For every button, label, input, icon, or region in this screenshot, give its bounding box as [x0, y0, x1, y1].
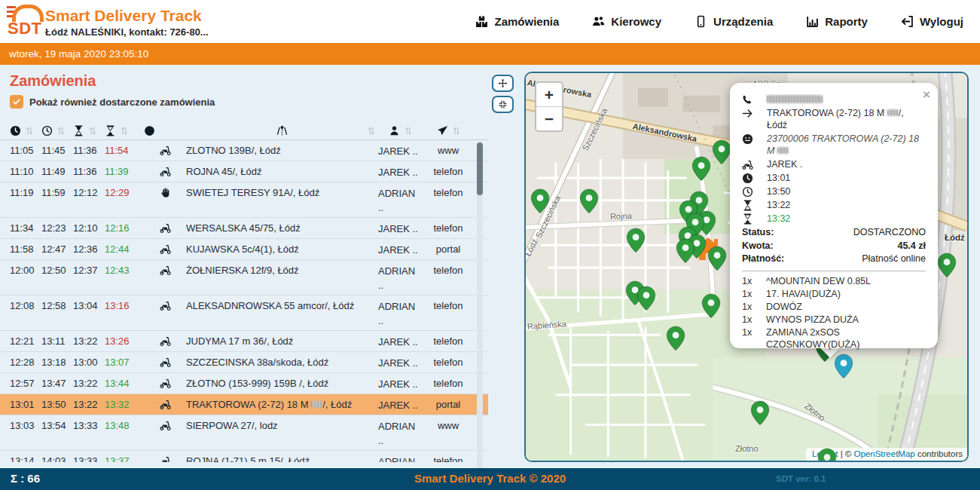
map-marker[interactable]	[707, 246, 727, 271]
sort-icon[interactable]	[368, 126, 375, 136]
table-row[interactable]: 12:2113:1113:2213:26JUDYMA 17 m 36/, Łód…	[0, 331, 488, 352]
column-header-person[interactable]	[378, 121, 422, 140]
map-marker[interactable]	[579, 188, 599, 214]
table-row[interactable]: 13:1414:0313:3313:37ROJNA (1-71) 5 m 15/…	[0, 451, 488, 462]
sort-icon[interactable]	[89, 126, 96, 136]
nav-item-urzadzenia[interactable]: Urządzenia	[695, 15, 773, 28]
scooter-icon	[742, 159, 753, 170]
item-qty: 1x	[742, 288, 766, 300]
censored-text	[887, 109, 899, 116]
top-bar: SDT Smart Delivery Track Łódź NALEŚNIKI,…	[0, 0, 980, 43]
map-panel[interactable]: + − AleksandrowskaAleksandrowskaSzczeciń…	[524, 72, 969, 462]
arrow-right-icon	[742, 108, 753, 119]
column-header-hourglass-end[interactable]	[105, 121, 144, 140]
map-marker[interactable]	[666, 326, 685, 351]
zoom-out-button[interactable]: −	[536, 106, 562, 130]
map-marker[interactable]	[626, 228, 646, 253]
popup-item: 1xDOWÓZ	[742, 301, 926, 313]
date-bar: wtorek, 19 maja 2020 23:05:10	[0, 43, 980, 65]
table-row[interactable]: 11:0511:4511:3611:54ZLOTNO 139B/, ŁódźJA…	[0, 140, 488, 161]
censored-text	[311, 401, 322, 408]
cell-address: ZŁOTNO (153-999) 159B /, Łódź	[186, 377, 378, 390]
popup-item: 1xWYNOS PIZZA DUŻA	[742, 314, 926, 326]
street-label: Złotno	[735, 444, 759, 453]
table-row[interactable]: 11:3412:2312:1012:16WERSALSKA 45/75, Łód…	[0, 218, 488, 239]
map-marker[interactable]	[701, 293, 721, 319]
map-marker[interactable]	[691, 156, 711, 182]
item-qty: 1x	[742, 301, 766, 313]
move-icon	[498, 78, 508, 88]
table-row[interactable]: 13:0113:5013:2213:32TRAKTOROWA (2-72) 18…	[0, 394, 488, 415]
table-row[interactable]: 12:0012:5012:3712:43ŻOŁNIERSKA 12f/9, Łó…	[0, 260, 488, 296]
cell-dispatch-time: 11:36	[73, 144, 105, 158]
map-collapse-button[interactable]	[492, 96, 514, 113]
cell-delivery-time: 11:54	[105, 144, 144, 158]
cell-promised-time: 13:18	[41, 356, 73, 369]
nav-item-kierowcy[interactable]: Kierowcy	[592, 15, 661, 28]
cell-promised-time: 12:58	[41, 299, 73, 313]
cell-address: ŻOŁNIERSKA 12f/9, Łódź	[186, 264, 378, 277]
item-qty: 1x	[742, 326, 766, 351]
selected-map-marker[interactable]	[834, 354, 853, 379]
person-icon	[389, 125, 400, 136]
cell-received-time: 12:28	[10, 356, 41, 369]
status-value: DOSTARCZONO	[853, 226, 926, 240]
sort-icon[interactable]	[26, 126, 33, 136]
table-row[interactable]: 12:0812:5813:0413:16ALEKSADNROWSKA 55 am…	[0, 296, 488, 331]
osm-link[interactable]: OpenStreetMap	[854, 449, 915, 458]
table-row[interactable]: 12:5713:4713:2213:44ZŁOTNO (153-999) 159…	[0, 373, 488, 394]
sort-icon[interactable]	[121, 126, 128, 136]
table-row[interactable]: 11:1911:5912:1212:29SWIETEJ TERESY 91A/,…	[0, 182, 488, 218]
scrollbar-thumb[interactable]	[477, 142, 483, 195]
cell-source: telefon	[422, 356, 475, 369]
cell-driver: JAREK ..	[378, 243, 422, 257]
footer: Σ : 66 Smart Delivery Track © 2020 SDT v…	[0, 468, 980, 490]
map-marker[interactable]	[676, 238, 695, 264]
cell-delivery-time: 12:44	[105, 243, 144, 256]
delivery-type-scooter-icon	[160, 145, 171, 156]
nav-item-raporty[interactable]: Raporty	[806, 15, 868, 28]
zoom-in-button[interactable]: +	[536, 83, 562, 106]
column-header-send[interactable]	[422, 121, 475, 140]
cell-source: telefon	[422, 186, 475, 200]
map-marker[interactable]	[637, 286, 656, 311]
nav-item-zamowienia[interactable]: Zamówienia	[475, 15, 559, 28]
checkbox-checked-icon[interactable]	[10, 95, 23, 109]
cell-source: telefon	[422, 222, 475, 235]
show-delivered-checkbox[interactable]: Pokaż również dostarczone zamówienia	[10, 95, 215, 109]
cell-address: KUJAWSKA 5c/4(1), Łódź	[186, 243, 378, 256]
popup-order-id: 23700006 TRAKTOROWA (2-72) 18 M	[767, 133, 926, 157]
column-header-hourglass-start[interactable]	[73, 121, 105, 140]
map-marker[interactable]	[750, 400, 770, 426]
map-marker[interactable]	[530, 188, 550, 214]
item-name: ^MOUNTAIN DEW 0.85L	[766, 275, 926, 287]
column-header-route[interactable]	[186, 121, 378, 140]
table-row[interactable]: 11:5812:4712:3612:44KUJAWSKA 5c/4(1), Łó…	[0, 239, 488, 260]
logo[interactable]: SDT Smart Delivery Track Łódź NALEŚNIKI,…	[8, 4, 209, 38]
sort-icon[interactable]	[405, 126, 412, 136]
popup-close-icon[interactable]: ×	[923, 88, 930, 101]
cell-delivery-time: 13:26	[105, 335, 144, 348]
map-marker[interactable]	[937, 253, 957, 278]
phone-icon	[742, 94, 753, 106]
map-expand-button[interactable]	[492, 75, 514, 92]
orders-table-body: 11:0511:4511:3611:54ZLOTNO 139B/, ŁódźJA…	[0, 140, 488, 462]
logo-acronym: SDT	[8, 19, 42, 38]
nav-item-wyloguj[interactable]: Wyloguj	[901, 15, 963, 28]
table-scrollbar[interactable]	[477, 142, 483, 490]
cell-address: ROJNA 45/, Łódź	[186, 165, 378, 179]
cell-promised-time: 11:59	[41, 186, 73, 200]
hourglass-end-icon	[742, 213, 753, 225]
sort-icon[interactable]	[453, 126, 460, 136]
cell-received-time: 11:34	[10, 222, 41, 235]
column-header-clock-filled[interactable]	[10, 121, 41, 140]
column-header-clock-outline[interactable]	[41, 121, 73, 140]
sort-icon[interactable]	[57, 126, 65, 136]
map-marker[interactable]	[817, 448, 837, 462]
table-row[interactable]: 13:0313:5413:3313:48SIERPOWA 27/, lodzAD…	[0, 415, 488, 451]
table-row[interactable]: 12:2813:1813:0013:07SZCZECINSKA 38a/skod…	[0, 352, 488, 373]
hourglass-start-icon	[73, 125, 84, 136]
map-marker[interactable]	[712, 139, 731, 165]
cell-received-time: 11:58	[10, 243, 41, 256]
table-row[interactable]: 11:1011:4911:3611:39ROJNA 45/, ŁódźJAREK…	[0, 161, 488, 182]
